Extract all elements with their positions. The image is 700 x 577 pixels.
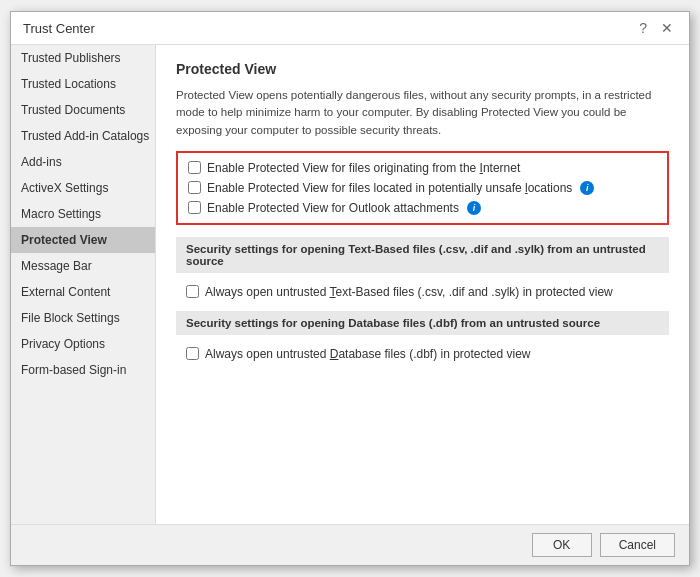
cancel-button[interactable]: Cancel — [600, 533, 675, 557]
sidebar-item-trusted-documents[interactable]: Trusted Documents — [11, 97, 155, 123]
info-icon-unsafe-locations[interactable]: i — [580, 181, 594, 195]
checkbox-internet-label: Enable Protected View for files originat… — [207, 161, 520, 175]
checkbox-outlook[interactable] — [188, 201, 201, 214]
sidebar-item-file-block-settings[interactable]: File Block Settings — [11, 305, 155, 331]
checkbox-outlook-label: Enable Protected View for Outlook attach… — [207, 201, 459, 215]
sidebar-item-privacy-options[interactable]: Privacy Options — [11, 331, 155, 357]
sidebar-item-external-content[interactable]: External Content — [11, 279, 155, 305]
trust-center-dialog: Trust Center ? ✕ Trusted Publishers Trus… — [10, 11, 690, 566]
database-section-content: Always open untrusted Database files (.d… — [176, 343, 669, 373]
sidebar-item-message-bar[interactable]: Message Bar — [11, 253, 155, 279]
checkbox-row-internet: Enable Protected View for files originat… — [188, 161, 657, 175]
sidebar-item-macro-settings[interactable]: Macro Settings — [11, 201, 155, 227]
main-content: Protected View Protected View opens pote… — [156, 45, 689, 524]
checkbox-unsafe-locations-label: Enable Protected View for files located … — [207, 181, 572, 195]
database-section-title: Security settings for opening Database f… — [186, 317, 600, 329]
help-icon[interactable]: ? — [635, 20, 651, 36]
ok-button[interactable]: OK — [532, 533, 592, 557]
sidebar-item-form-based-sign-in[interactable]: Form-based Sign-in — [11, 357, 155, 383]
database-section-header: Security settings for opening Database f… — [176, 311, 669, 335]
highlighted-checkboxes-box: Enable Protected View for files originat… — [176, 151, 669, 225]
section-title: Protected View — [176, 61, 669, 77]
text-based-section-title: Security settings for opening Text-Based… — [186, 243, 646, 267]
checkbox-row-unsafe-locations: Enable Protected View for files located … — [188, 181, 657, 195]
description: Protected View opens potentially dangero… — [176, 87, 669, 139]
dialog-title: Trust Center — [23, 21, 95, 36]
checkbox-unsafe-locations[interactable] — [188, 181, 201, 194]
info-icon-outlook[interactable]: i — [467, 201, 481, 215]
sidebar-item-add-ins[interactable]: Add-ins — [11, 149, 155, 175]
sidebar-item-trusted-publishers[interactable]: Trusted Publishers — [11, 45, 155, 71]
checkbox-database[interactable] — [186, 347, 199, 360]
text-based-section-header: Security settings for opening Text-Based… — [176, 237, 669, 273]
checkbox-row-text-based: Always open untrusted Text-Based files (… — [186, 285, 659, 299]
main-wrapper: Protected View Protected View opens pote… — [156, 45, 689, 524]
sidebar-item-trusted-add-in-catalogs[interactable]: Trusted Add-in Catalogs — [11, 123, 155, 149]
checkbox-text-based-label: Always open untrusted Text-Based files (… — [205, 285, 613, 299]
checkbox-row-outlook: Enable Protected View for Outlook attach… — [188, 201, 657, 215]
title-bar-controls: ? ✕ — [635, 20, 677, 36]
checkbox-database-label: Always open untrusted Database files (.d… — [205, 347, 531, 361]
close-icon[interactable]: ✕ — [657, 20, 677, 36]
sidebar: Trusted Publishers Trusted Locations Tru… — [11, 45, 156, 524]
checkbox-row-database: Always open untrusted Database files (.d… — [186, 347, 659, 361]
sidebar-item-protected-view[interactable]: Protected View — [11, 227, 155, 253]
dialog-footer: OK Cancel — [11, 524, 689, 565]
title-bar: Trust Center ? ✕ — [11, 12, 689, 45]
dialog-body: Trusted Publishers Trusted Locations Tru… — [11, 45, 689, 524]
text-based-section-content: Always open untrusted Text-Based files (… — [176, 281, 669, 311]
checkbox-text-based[interactable] — [186, 285, 199, 298]
sidebar-item-activex-settings[interactable]: ActiveX Settings — [11, 175, 155, 201]
checkbox-internet[interactable] — [188, 161, 201, 174]
sidebar-item-trusted-locations[interactable]: Trusted Locations — [11, 71, 155, 97]
